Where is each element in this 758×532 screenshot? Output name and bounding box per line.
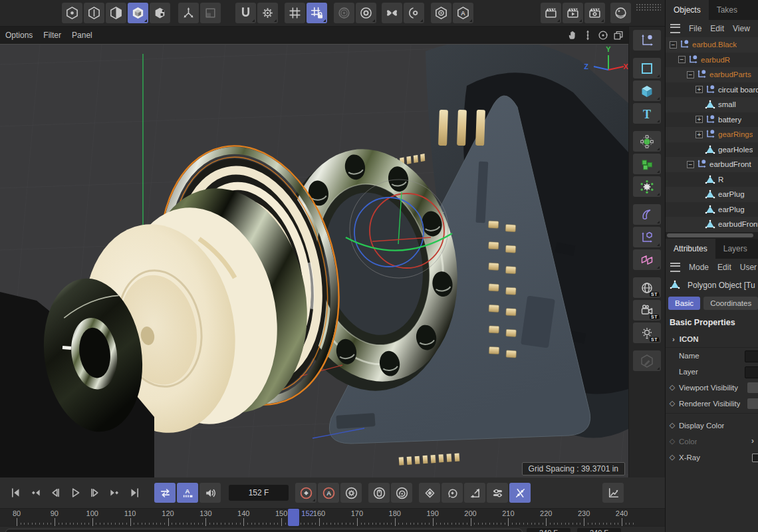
mograph-planes-button[interactable]	[633, 249, 661, 270]
hex-eye-button[interactable]	[431, 3, 451, 23]
expander-icon[interactable]: −	[678, 56, 686, 63]
key-params-button[interactable]	[487, 483, 508, 503]
value-input[interactable]	[745, 350, 758, 362]
rec-auto-button[interactable]: A	[318, 483, 339, 503]
key-scale-button[interactable]	[464, 483, 485, 503]
array-cubes-button[interactable]	[633, 154, 661, 174]
expander-icon[interactable]: +	[695, 131, 703, 138]
tree-item-battery[interactable]: +battery	[666, 112, 758, 128]
prim-cube-button[interactable]	[633, 80, 661, 101]
menu-view[interactable]: View	[733, 24, 750, 33]
mouse-button[interactable]	[368, 483, 390, 503]
gen-subdiv-button[interactable]	[633, 131, 661, 152]
tree-item-r[interactable]: R	[666, 172, 758, 188]
null-axis-button[interactable]	[633, 30, 661, 51]
icon-section-row[interactable]: ICON	[666, 331, 758, 348]
key-sel-button[interactable]	[509, 483, 531, 503]
menu-options[interactable]: Options	[5, 31, 33, 40]
keyframe-diamond-icon[interactable]: ◇	[666, 437, 679, 446]
menu-filter[interactable]: Filter	[43, 31, 61, 40]
key-pos-button[interactable]	[419, 483, 440, 503]
menu-edit[interactable]: Edit	[710, 24, 724, 33]
dropdown-button[interactable]	[747, 398, 758, 409]
rot-rec-button[interactable]	[391, 483, 412, 503]
tree-item-earplug[interactable]: earPlug	[666, 202, 758, 217]
circles-button[interactable]	[334, 3, 354, 23]
viewport[interactable]: Y Z X Grid Spacing : 39.3701 in	[0, 44, 628, 477]
key-rot-button[interactable]	[442, 483, 463, 503]
tree-scrollbar[interactable]	[666, 232, 758, 239]
menu-user[interactable]: User	[740, 263, 757, 272]
tree-item-earplug[interactable]: earPlug	[666, 187, 758, 202]
scrollbar-thumb[interactable]	[667, 233, 753, 237]
hex-a-button[interactable]: A	[453, 3, 473, 23]
material-edit-button[interactable]	[633, 350, 661, 371]
prev-key-button[interactable]	[25, 483, 45, 503]
grid-button[interactable]	[285, 3, 305, 23]
orbit-icon[interactable]	[597, 29, 609, 41]
clapper-play-button[interactable]	[563, 3, 583, 23]
keyframe-diamond-icon[interactable]: ◇	[666, 399, 679, 408]
graph-curves-button[interactable]	[602, 483, 624, 503]
clapper-gear-button[interactable]	[584, 3, 605, 23]
keyframe-diamond-icon[interactable]: ◇	[666, 421, 679, 430]
hamburger-icon[interactable]	[670, 24, 680, 33]
hex-cube-button[interactable]	[128, 3, 148, 23]
expander-icon[interactable]: −	[670, 41, 677, 49]
menu-edit[interactable]: Edit	[717, 263, 731, 272]
checkbox[interactable]	[752, 454, 758, 462]
grid-lock-button[interactable]	[307, 3, 327, 23]
range-end-field-2[interactable]: 240 F	[577, 528, 621, 532]
sound-button[interactable]	[199, 483, 221, 503]
dropdown-button[interactable]	[747, 382, 758, 393]
sky-globe-button[interactable]: ST	[633, 277, 661, 298]
rec-key-button[interactable]	[295, 483, 316, 503]
expander-icon[interactable]: +	[695, 86, 703, 93]
next-frame-button[interactable]	[85, 483, 105, 503]
menu-file[interactable]: File	[689, 24, 701, 33]
field-shell-button[interactable]	[633, 204, 661, 225]
menu-panel[interactable]: Panel	[72, 31, 92, 40]
tab-objects[interactable]: Objects	[666, 0, 709, 20]
camera-button[interactable]: ST	[633, 300, 661, 321]
viewport-canvas[interactable]: Y Z X	[0, 45, 628, 477]
hex-line-button[interactable]	[84, 3, 104, 23]
axis-move-button[interactable]	[178, 3, 199, 23]
panel-drag-handle[interactable]	[636, 3, 661, 11]
autokey-button[interactable]: A	[177, 483, 198, 503]
current-frame-field[interactable]: 152 F	[229, 485, 289, 501]
skip-start-button[interactable]	[5, 483, 25, 503]
value-input[interactable]	[745, 366, 758, 378]
tree-item-circuit-board[interactable]: +circuit board	[666, 82, 758, 98]
loop-button[interactable]	[154, 483, 176, 503]
spline-rect-button[interactable]	[633, 58, 661, 78]
tree-item-gearholes[interactable]: gearHoles	[666, 142, 758, 158]
range-end-field[interactable]: 240 F	[527, 528, 570, 532]
gear-circle-button[interactable]	[356, 3, 376, 23]
hex-half-button[interactable]	[106, 3, 126, 23]
expander-icon[interactable]: −	[687, 71, 694, 78]
maximize-icon[interactable]	[612, 29, 624, 41]
text-t-button[interactable]: T	[633, 103, 661, 124]
tree-item-earbudr[interactable]: −earbudR	[666, 53, 758, 68]
material-ball-button[interactable]	[610, 3, 631, 23]
rec-gear-button[interactable]	[340, 483, 362, 503]
tree-item-gearrings[interactable]: +gearRings	[666, 127, 758, 142]
chevron-right-icon[interactable]: ›	[751, 436, 754, 446]
magnet-button[interactable]	[235, 3, 256, 23]
instance-cube-button[interactable]	[633, 227, 661, 247]
butterfly-button[interactable]	[382, 3, 402, 23]
next-key-button[interactable]	[105, 483, 125, 503]
tree-item-earbudparts[interactable]: −earbudParts	[666, 67, 758, 82]
clapper-button[interactable]	[541, 3, 561, 23]
tree-item-earbudfront[interactable]: earbudFront	[666, 217, 758, 232]
deformer-gear-button[interactable]	[633, 176, 661, 197]
tree-item-earbudfront[interactable]: −earbudFront	[666, 157, 758, 172]
play-button[interactable]	[65, 483, 85, 503]
tab-layers[interactable]: Layers	[715, 239, 755, 259]
tab-basic[interactable]: Basic	[668, 297, 700, 310]
keyframe-diamond-icon[interactable]: ◇	[666, 383, 679, 392]
keyframe-diamond-icon[interactable]: ◇	[666, 453, 679, 462]
menu-mode[interactable]: Mode	[689, 263, 709, 272]
timeline-ruler[interactable]: 8090100110120130140150160170180190200210…	[0, 508, 665, 526]
